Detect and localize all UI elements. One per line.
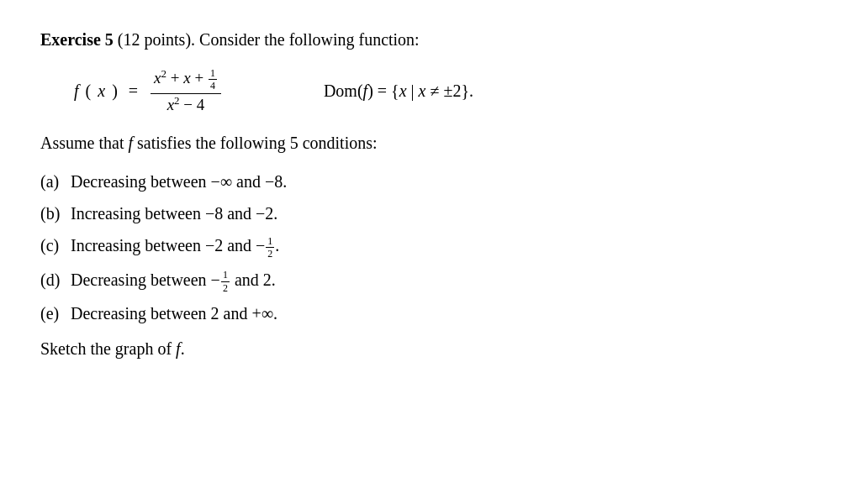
condition-e: (e) Decreasing between 2 and +∞. bbox=[40, 301, 821, 326]
formula-numerator: x2 + x + 1 4 bbox=[151, 67, 221, 94]
condition-b-label: (b) bbox=[40, 201, 66, 226]
exercise-desc: Consider the following function: bbox=[199, 30, 420, 49]
condition-d: (d) Decreasing between −12 and 2. bbox=[40, 267, 821, 294]
formula-paren-open: ( bbox=[86, 81, 92, 101]
exercise-label: Exercise 5 bbox=[40, 30, 114, 49]
formula-paren-close: ) bbox=[112, 81, 118, 101]
condition-a: (a) Decreasing between −∞ and −8. bbox=[40, 169, 821, 194]
frac-one-quarter: 1 4 bbox=[209, 67, 217, 92]
formula-left: f ( x ) = x2 + x + 1 4 x2 − 4 bbox=[74, 67, 223, 115]
condition-e-label: (e) bbox=[40, 301, 66, 326]
condition-d-text: Decreasing between −12 and 2. bbox=[71, 267, 276, 294]
assume-text: Assume that f satisfies the following 5 … bbox=[40, 130, 821, 155]
formula-equals: = bbox=[124, 81, 142, 101]
condition-a-text: Decreasing between −∞ and −8. bbox=[71, 169, 287, 194]
condition-a-label: (a) bbox=[40, 169, 66, 194]
condition-e-text: Decreasing between 2 and +∞. bbox=[71, 301, 277, 326]
formula-fraction: x2 + x + 1 4 x2 − 4 bbox=[151, 67, 221, 115]
formula-denominator: x2 − 4 bbox=[164, 94, 209, 116]
condition-d-label: (d) bbox=[40, 267, 66, 292]
frac-one-half-c: 12 bbox=[266, 235, 274, 260]
formula-x: x bbox=[98, 81, 105, 101]
condition-c: (c) Increasing between −2 and −12. bbox=[40, 233, 821, 260]
condition-b-text: Increasing between −8 and −2. bbox=[71, 201, 277, 226]
exercise-points: (12 points). bbox=[118, 30, 199, 49]
condition-b: (b) Increasing between −8 and −2. bbox=[40, 201, 821, 226]
frac-one-half-d: 12 bbox=[221, 269, 230, 294]
exercise-title: Exercise 5 (12 points). Consider the fol… bbox=[40, 27, 821, 52]
formula-domain: Dom(f) = {x | x ≠ ±2}. bbox=[324, 81, 473, 101]
formula-lhs: f bbox=[74, 81, 79, 101]
formula-row: f ( x ) = x2 + x + 1 4 x2 − 4 Dom(f) bbox=[40, 67, 821, 115]
condition-c-label: (c) bbox=[40, 233, 66, 258]
conditions-list: (a) Decreasing between −∞ and −8. (b) In… bbox=[40, 169, 821, 326]
page: Exercise 5 (12 points). Consider the fol… bbox=[0, 0, 861, 504]
sketch-text: Sketch the graph of f. bbox=[40, 339, 821, 359]
condition-c-text: Increasing between −2 and −12. bbox=[71, 233, 279, 260]
